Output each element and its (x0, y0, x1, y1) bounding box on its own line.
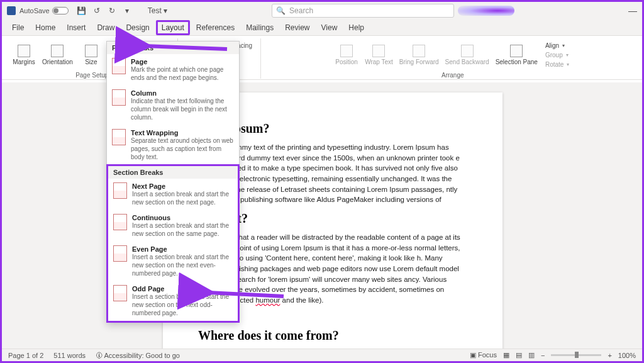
status-bar: Page 1 of 2 511 words 🛈 Accessibility: G… (2, 349, 642, 361)
break-page[interactable]: PageMark the point at which one page end… (107, 54, 239, 86)
bringforward-button[interactable]: Bring Forward (398, 43, 440, 67)
minimize-icon[interactable]: — (628, 6, 637, 16)
focus-button[interactable]: ▣ Focus (470, 351, 497, 359)
wraptext-button[interactable]: Wrap Text (364, 43, 394, 67)
group-arrange: Position Wrap Text Bring Forward Send Ba… (269, 38, 637, 79)
search-icon: 🔍 (276, 6, 286, 15)
sendbackward-button[interactable]: Send Backward (444, 43, 491, 67)
page-breaks-header: Page Breaks (107, 42, 239, 54)
undo-icon[interactable]: ↺ (92, 6, 101, 15)
window-controls: — (628, 6, 637, 16)
document-title[interactable]: Test ▾ (148, 6, 167, 15)
break-column[interactable]: ColumnIndicate that the text following t… (107, 86, 239, 125)
app-icon (7, 6, 16, 15)
tab-home[interactable]: Home (30, 21, 60, 35)
group-label-arrange: Arrange (441, 72, 464, 79)
selectionpane-button[interactable]: Selection Pane (494, 43, 539, 67)
tab-layout[interactable]: Layout (156, 20, 190, 35)
view-print-icon[interactable]: ▦ (503, 351, 509, 359)
breaks-dropdown: Page Breaks PageMark the point at which … (106, 41, 240, 323)
tab-review[interactable]: Review (280, 21, 314, 35)
search-input[interactable]: 🔍 Search (272, 4, 454, 18)
save-icon[interactable]: 💾 (77, 6, 86, 15)
size-button[interactable]: Size (78, 43, 104, 67)
autosave-toggle[interactable]: AutoSave (19, 7, 69, 14)
word-count[interactable]: 511 words (53, 352, 86, 359)
margins-button[interactable]: Margins (11, 43, 37, 67)
tab-design[interactable]: Design (121, 21, 154, 35)
align-button[interactable]: Align (543, 42, 572, 50)
break-text-wrapping[interactable]: Text WrappingSeparate text around object… (107, 125, 239, 165)
position-button[interactable]: Position (333, 43, 360, 67)
tab-file[interactable]: File (7, 21, 29, 35)
redo-icon[interactable]: ↻ (108, 6, 116, 15)
user-account[interactable] (458, 6, 514, 16)
zoom-out-icon[interactable]: − (541, 352, 545, 359)
zoom-slider[interactable] (551, 354, 601, 356)
accessibility-status[interactable]: 🛈 Accessibility: Good to go (96, 352, 180, 359)
orientation-button[interactable]: Orientation (41, 43, 74, 67)
title-bar: AutoSave 💾 ↺ ↻ ▾ Test ▾ 🔍 Search — (2, 2, 642, 20)
tab-references[interactable]: References (191, 21, 240, 35)
section-breaks-header: Section Breaks (108, 166, 238, 179)
heading-3[interactable]: Where does it come from? (198, 328, 467, 343)
view-read-icon[interactable]: ▤ (516, 351, 522, 359)
quick-access-toolbar: 💾 ↺ ↻ ▾ (77, 6, 131, 15)
break-odd-page[interactable]: Odd PageInsert a section break and start… (108, 281, 238, 321)
zoom-level[interactable]: 100% (618, 352, 636, 359)
page-indicator[interactable]: Page 1 of 2 (8, 352, 43, 359)
tab-help[interactable]: Help (343, 21, 369, 35)
tab-draw[interactable]: Draw (92, 21, 119, 35)
document-area[interactable]: orem Ipsum? is simply dummy text of the … (2, 82, 642, 349)
tab-mailings[interactable]: Mailings (241, 21, 279, 35)
view-web-icon[interactable]: ▥ (528, 351, 535, 359)
ribbon: Margins Orientation Size Columns Breaks … (2, 36, 642, 80)
group-label-page-setup: Page Setup (75, 72, 108, 79)
rotate-button[interactable]: Rotate (543, 60, 572, 69)
break-continuous[interactable]: ContinuousInsert a section break and sta… (108, 210, 238, 242)
tab-view[interactable]: View (316, 21, 343, 35)
break-next-page[interactable]: Next PageInsert a section break and star… (108, 179, 238, 210)
qat-dropdown-icon[interactable]: ▾ (123, 6, 131, 15)
tab-insert[interactable]: Insert (62, 21, 91, 35)
break-even-page[interactable]: Even PageInsert a section break and star… (108, 242, 238, 281)
ribbon-tabs: File Home Insert Draw Design Layout Refe… (2, 20, 642, 36)
zoom-in-icon[interactable]: + (608, 352, 611, 359)
group-button[interactable]: Group (543, 51, 572, 59)
